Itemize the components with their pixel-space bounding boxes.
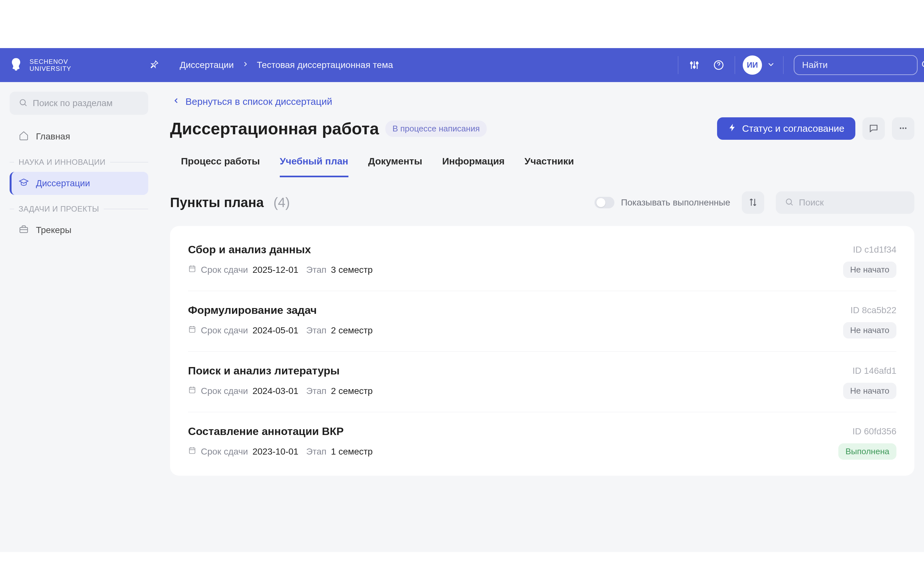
tab-3[interactable]: Информация	[442, 151, 505, 177]
plan-search[interactable]	[776, 191, 914, 214]
svg-point-7	[787, 199, 792, 204]
plan-count: (4)	[273, 195, 290, 210]
row-stage: Этап 2 семестр	[306, 386, 373, 396]
search-icon	[19, 98, 27, 108]
svg-rect-8	[189, 266, 195, 271]
tab-4[interactable]: Участники	[525, 151, 574, 177]
svg-point-6	[905, 127, 907, 129]
tab-2[interactable]: Документы	[368, 151, 423, 177]
plan-row[interactable]: Формулирование задачID 8ca5b22Срок сдачи…	[188, 291, 897, 351]
sort-icon	[748, 197, 758, 208]
plan-card: Сбор и анализ данныхID c1d1f34Срок сдачи…	[170, 226, 914, 476]
search-icon	[921, 60, 924, 71]
row-due: Срок сдачи 2024-05-01	[188, 325, 298, 335]
tabs: Процесс работыУчебный планДокументыИнфор…	[170, 151, 914, 178]
dots-icon	[898, 123, 908, 134]
more-button[interactable]	[892, 117, 914, 140]
sidebar-item-label: Диссертации	[36, 178, 90, 189]
help-icon[interactable]	[710, 57, 727, 73]
app-header: SECHENOV UNIVERSITY Диссертации Тестовая…	[0, 48, 924, 82]
chevron-right-icon	[242, 60, 249, 70]
logo-icon	[6, 55, 26, 75]
logo-text: SECHENOV UNIVERSITY	[29, 58, 71, 72]
user-menu[interactable]: ИИ	[743, 55, 775, 75]
header-actions: ИИ	[678, 55, 918, 75]
svg-point-1	[922, 61, 924, 67]
comments-button[interactable]	[863, 117, 885, 140]
sidebar-group-science: НАУКА И ИННОВАЦИИ	[10, 158, 148, 167]
plan-row[interactable]: Составление аннотации ВКРID 60fd356Срок …	[188, 412, 897, 472]
row-status: Выполнена	[838, 443, 897, 460]
row-due: Срок сдачи 2025-12-01	[188, 264, 298, 275]
avatar: ИИ	[743, 55, 762, 75]
tab-0[interactable]: Процесс работы	[181, 151, 260, 177]
global-search-input[interactable]	[802, 60, 917, 70]
status-badge: В процессе написания	[385, 121, 487, 137]
sidebar-search[interactable]	[10, 92, 148, 115]
row-stage: Этап 1 семестр	[306, 446, 373, 457]
svg-rect-9	[189, 327, 195, 332]
breadcrumbs: Диссертации Тестовая диссертационная тем…	[180, 60, 672, 70]
breadcrumb-current: Тестовая диссертационная тема	[257, 60, 393, 70]
sidebar-group-tasks: ЗАДАЧИ И ПРОЕКТЫ	[10, 205, 148, 213]
status-approval-button[interactable]: Статус и согласование	[717, 117, 855, 140]
row-id: ID c1d1f34	[853, 245, 897, 255]
sidebar-item-label: Главная	[36, 131, 70, 142]
settings-icon[interactable]	[686, 57, 703, 73]
row-stage: Этап 2 семестр	[306, 326, 373, 335]
row-status: Не начато	[843, 261, 897, 278]
plan-row[interactable]: Сбор и анализ данныхID c1d1f34Срок сдачи…	[188, 230, 897, 291]
plan-title: Пункты плана	[170, 195, 264, 210]
chat-icon	[869, 123, 879, 134]
sidebar-item-label: Трекеры	[36, 225, 71, 235]
breadcrumb-root[interactable]: Диссертации	[180, 60, 234, 70]
svg-point-2	[20, 100, 25, 105]
main-content: Вернуться в список диссертаций Диссертац…	[158, 82, 924, 552]
sidebar-item-dissertations[interactable]: Диссертации	[10, 172, 148, 195]
row-due: Срок сдачи 2023-10-01	[188, 446, 298, 457]
plan-row[interactable]: Поиск и анализ литературыID 146afd1Срок …	[188, 351, 897, 412]
calendar-icon	[188, 446, 196, 457]
row-title: Поиск и анализ литературы	[188, 364, 340, 377]
plan-search-input[interactable]	[799, 197, 914, 208]
page-title: Диссертационная работа	[170, 119, 379, 138]
chevron-down-icon	[766, 60, 775, 70]
sort-button[interactable]	[742, 191, 764, 214]
row-status: Не начато	[843, 322, 897, 338]
show-done-toggle[interactable]	[594, 197, 614, 208]
svg-rect-10	[189, 387, 195, 393]
sidebar-item-trackers[interactable]: Трекеры	[10, 219, 148, 242]
logo-block[interactable]: SECHENOV UNIVERSITY	[6, 55, 141, 75]
row-id: ID 146afd1	[853, 366, 897, 376]
row-id: ID 8ca5b22	[851, 305, 897, 316]
calendar-icon	[188, 386, 196, 396]
svg-point-4	[900, 127, 901, 129]
row-title: Формулирование задач	[188, 304, 317, 316]
row-stage: Этап 3 семестр	[306, 265, 373, 275]
row-title: Сбор и анализ данных	[188, 243, 311, 256]
back-link[interactable]: Вернуться в список диссертаций	[172, 96, 914, 107]
toggle-label: Показывать выполненные	[621, 197, 730, 208]
sidebar-item-home[interactable]: Главная	[10, 125, 148, 148]
graduation-icon	[19, 177, 29, 190]
plan-header: Пункты плана (4) Показывать выполненные	[170, 191, 914, 214]
svg-rect-11	[189, 448, 195, 453]
tab-1[interactable]: Учебный план	[280, 151, 348, 177]
briefcase-icon	[19, 224, 29, 237]
calendar-icon	[188, 325, 196, 335]
row-title: Составление аннотации ВКР	[188, 425, 344, 438]
svg-point-5	[903, 127, 904, 129]
row-id: ID 60fd356	[853, 426, 897, 437]
pin-icon[interactable]	[149, 59, 159, 71]
lightning-icon	[728, 123, 737, 134]
sidebar: Главная НАУКА И ИННОВАЦИИ Диссертации ЗА…	[0, 82, 158, 552]
search-icon	[785, 197, 794, 208]
page-header: Диссертационная работа В процессе написа…	[170, 117, 914, 140]
home-icon	[19, 131, 29, 143]
global-search[interactable]	[794, 55, 918, 75]
sidebar-search-input[interactable]	[33, 98, 148, 108]
chevron-left-icon	[172, 96, 180, 107]
row-status: Не начато	[843, 383, 897, 399]
calendar-icon	[188, 264, 196, 275]
row-due: Срок сдачи 2024-03-01	[188, 386, 298, 396]
